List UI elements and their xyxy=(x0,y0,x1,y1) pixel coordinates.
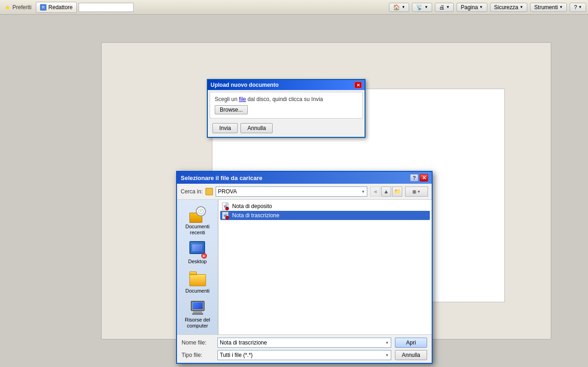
upload-instruction: Scegli un file dal disco, quindi clicca … xyxy=(215,96,358,102)
favorites-label: Preferiti xyxy=(12,4,31,11)
file-badge xyxy=(225,207,229,210)
help-button[interactable]: ? ▼ xyxy=(570,3,586,12)
home-arrow: ▼ xyxy=(401,5,405,9)
back-button[interactable]: ◄ xyxy=(370,186,380,197)
upload-close-button[interactable]: ✕ xyxy=(354,82,362,88)
desktop-icon: ➤ xyxy=(189,241,206,258)
file-dialog-title-buttons: ? ✕ xyxy=(410,174,428,181)
send-button[interactable]: Invia xyxy=(212,123,238,133)
views-arrow: ▼ xyxy=(417,190,421,194)
cerca-in-label: Cerca in: xyxy=(181,188,203,195)
browse-button[interactable]: Browse... xyxy=(215,105,248,114)
computer-icon xyxy=(189,299,206,316)
filetype-value: Tutti i file (*.*) xyxy=(220,352,253,358)
home-button[interactable]: 🏠 ▼ xyxy=(389,3,409,12)
upload-dialog-body: Scegli un file dal disco, quindi clicca … xyxy=(210,92,363,119)
new-folder-button[interactable]: 📁 xyxy=(392,186,402,197)
file-item-selected[interactable]: W Nota di trascrizione xyxy=(220,211,430,220)
folder-icon xyxy=(206,188,213,195)
sidebar-desktop[interactable]: ➤ Desktop xyxy=(179,239,216,266)
tipo-file-label: Tipo file: xyxy=(182,352,214,358)
views-icon: ⊞ xyxy=(412,189,416,194)
file-dialog-close-button[interactable]: ✕ xyxy=(420,174,428,181)
sidebar-documents[interactable]: Documenti xyxy=(179,269,216,296)
up-button[interactable]: ▲ xyxy=(381,186,391,197)
help-icon: ? xyxy=(574,4,577,11)
word-icon: W xyxy=(222,203,228,210)
instruction-text2: dal disco, quindi clicca su Invia xyxy=(246,96,323,102)
location-value: PROVA xyxy=(218,188,237,195)
file-dialog-toolbar: Cerca in: PROVA ▼ ◄ ▲ 📁 ⊞ ▼ xyxy=(177,184,432,200)
documents-label: Documenti xyxy=(185,288,210,294)
filename-row: Nome file: Nota di trascrizione ▼ Apri xyxy=(182,338,427,348)
file-chooser-dialog: Selezionare il file da caricare ? ✕ Cerc… xyxy=(176,171,433,364)
file-dialog-title: Selezionare il file da caricare xyxy=(181,175,263,181)
star-icon: ★ xyxy=(5,4,11,11)
print-arrow: ▼ xyxy=(446,5,450,9)
file-icon-deposito: W xyxy=(222,203,229,210)
sicurezza-button[interactable]: Sicurezza ▼ xyxy=(490,3,528,12)
sidebar-recent-docs[interactable]: 🕐 Documenti recenti xyxy=(179,204,216,237)
file-cancel-button[interactable]: Annulla xyxy=(395,350,427,360)
desktop-label: Desktop xyxy=(188,259,206,265)
filename-input[interactable]: Nota di trascrizione ▼ xyxy=(217,338,391,348)
main-area: Upload nuovo documento ✕ Scegli un file … xyxy=(0,15,588,367)
browser-toolbar: ★ Preferiti R Redattore 🏠 ▼ 📡 ▼ 🖨 ▼ Pagi… xyxy=(0,0,588,15)
file-icon-trascrizione: W xyxy=(222,212,229,219)
upload-cancel-button[interactable]: Annulla xyxy=(240,123,273,133)
upload-titlebar: Upload nuovo documento ✕ xyxy=(208,80,365,90)
file-sidebar: 🕐 Documenti recenti ➤ xyxy=(177,200,218,334)
filename-value: Nota di trascrizione xyxy=(220,339,267,346)
file-list-area[interactable]: W Nota di deposito W Nota di trascriz xyxy=(218,200,432,334)
rss-icon: 📡 xyxy=(416,4,423,11)
strumenti-arrow: ▼ xyxy=(559,5,563,9)
tab-icon: R xyxy=(40,4,46,11)
tab-label: Redattore xyxy=(48,4,73,11)
upload-action-buttons: Invia Annulla xyxy=(208,120,365,137)
pagina-button[interactable]: Pagina ▼ xyxy=(457,3,487,12)
instruction-link[interactable]: file xyxy=(239,96,246,102)
filename-arrow: ▼ xyxy=(385,341,389,345)
browser-right-toolbar: 🏠 ▼ 📡 ▼ 🖨 ▼ Pagina ▼ Sicurezza ▼ Strumen… xyxy=(389,3,586,12)
strumenti-button[interactable]: Strumenti ▼ xyxy=(530,3,567,12)
print-button[interactable]: 🖨 ▼ xyxy=(435,3,454,12)
home-icon: 🏠 xyxy=(393,4,400,11)
documents-icon xyxy=(189,271,206,287)
pagina-label: Pagina xyxy=(461,4,478,11)
recent-docs-label: Documenti recenti xyxy=(181,224,214,236)
help-arrow: ▼ xyxy=(578,5,582,9)
filetype-arrow: ▼ xyxy=(385,353,389,357)
nav-buttons: ◄ ▲ 📁 xyxy=(370,186,402,197)
file-name-trascrizione: Nota di trascrizione xyxy=(232,212,280,219)
upload-dialog-title: Upload nuovo documento xyxy=(211,82,279,88)
views-button[interactable]: ⊞ ▼ xyxy=(405,186,428,197)
strumenti-label: Strumenti xyxy=(534,4,558,11)
file-dialog-titlebar: Selezionare il file da caricare ? ✕ xyxy=(177,172,432,184)
file-dialog-footer: Nome file: Nota di trascrizione ▼ Apri T… xyxy=(177,334,432,363)
rss-button[interactable]: 📡 ▼ xyxy=(412,3,432,12)
favorites-button[interactable]: ★ Preferiti xyxy=(2,3,34,12)
file-name-deposito: Nota di deposito xyxy=(232,203,272,209)
url-bar[interactable] xyxy=(79,3,134,12)
file-dialog-help-button[interactable]: ? xyxy=(410,174,418,181)
location-combo[interactable]: PROVA ▼ xyxy=(216,186,367,197)
browser-tab[interactable]: R Redattore xyxy=(36,2,77,13)
recent-docs-icon: 🕐 xyxy=(189,206,206,223)
nome-file-label: Nome file: xyxy=(182,339,214,346)
file-dialog-body: 🕐 Documenti recenti ➤ xyxy=(177,200,432,334)
location-combo-arrow: ▼ xyxy=(361,190,365,194)
open-button[interactable]: Apri xyxy=(395,338,427,348)
sidebar-computer[interactable]: Risorse del computer xyxy=(179,298,216,331)
file-item[interactable]: W Nota di deposito xyxy=(220,202,430,211)
computer-label: Risorse del computer xyxy=(181,317,214,329)
print-icon: 🖨 xyxy=(439,4,445,11)
word-icon-selected: W xyxy=(222,212,228,219)
filetype-row: Tipo file: Tutti i file (*.*) ▼ Annulla xyxy=(182,350,427,360)
sicurezza-label: Sicurezza xyxy=(494,4,519,11)
instruction-text: Scegli un xyxy=(215,96,239,102)
upload-dialog: Upload nuovo documento ✕ Scegli un file … xyxy=(207,79,365,138)
pagina-arrow: ▼ xyxy=(480,5,483,9)
rss-arrow: ▼ xyxy=(424,5,428,9)
filetype-input[interactable]: Tutti i file (*.*) ▼ xyxy=(217,350,391,360)
sicurezza-arrow: ▼ xyxy=(519,5,523,9)
